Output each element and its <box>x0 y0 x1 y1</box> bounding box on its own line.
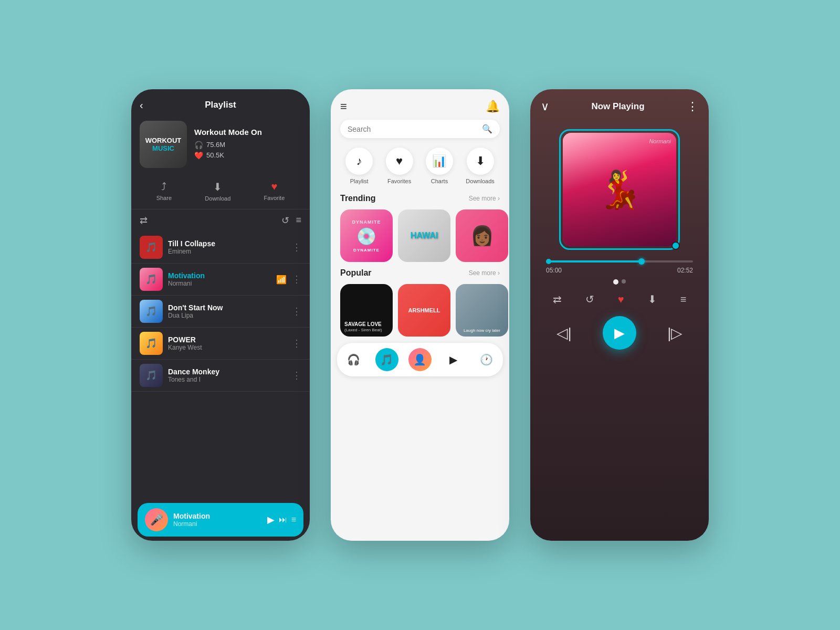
trending-see-more[interactable]: See more › <box>469 195 500 202</box>
track-info: Don't Start Now Dua Lipa <box>168 303 287 319</box>
repeat-control[interactable]: ↺ <box>585 293 594 306</box>
indicator-dot-1 <box>613 279 618 285</box>
track-more-icon[interactable]: ⋮ <box>292 242 301 253</box>
track-artist: Normani <box>168 280 271 287</box>
search-bar[interactable]: 🔍 <box>340 120 500 138</box>
trending-cards: DYNAMITE 💿 DYNAMITE HAWAI 👩🏾 <box>340 209 500 262</box>
nav-history[interactable]: 🕐 <box>475 348 498 371</box>
track-more-icon[interactable]: ⋮ <box>292 306 301 317</box>
controls-bar: ⇄ ↺ ≡ <box>131 209 310 232</box>
charts-label: Charts <box>431 178 448 184</box>
notification-icon[interactable]: 🔔 <box>486 100 500 113</box>
category-downloads[interactable]: ⬇ Downloads <box>466 148 494 184</box>
favorite-icon: ♥ <box>271 181 278 193</box>
progress-track[interactable] <box>546 260 693 262</box>
menu-icon[interactable]: ≡ <box>340 100 347 113</box>
trending-card-dynamite[interactable]: DYNAMITE 💿 DYNAMITE <box>340 209 393 262</box>
hawai-label: HAWAI <box>411 231 438 240</box>
download-button[interactable]: ⬇ Download <box>205 181 230 202</box>
playlist-title: Playlist <box>205 100 236 110</box>
playlist-label: Playlist <box>350 178 369 184</box>
album-title-line1: WORKOUT <box>145 136 182 144</box>
next-button[interactable]: |▷ <box>667 324 682 342</box>
play-pause-button[interactable]: ▶ <box>603 316 636 350</box>
download-control[interactable]: ⬇ <box>648 293 657 306</box>
track-row[interactable]: 🎵 Don't Start Now Dua Lipa ⋮ <box>131 296 310 328</box>
track-more-icon[interactable]: ⋮ <box>292 338 301 349</box>
track-artist: Kanye West <box>168 344 287 351</box>
popular-see-more[interactable]: See more › <box>469 269 500 277</box>
repeat-icon[interactable]: ↺ <box>281 215 289 226</box>
right-controls: ↺ ≡ <box>281 215 301 226</box>
progress-dot-indicator <box>671 242 680 250</box>
track-more-icon[interactable]: ⋮ <box>292 370 301 381</box>
trending-title: Trending <box>340 194 376 203</box>
downloads-icon-circle: ⬇ <box>467 148 494 175</box>
nav-profile[interactable]: 👤 <box>408 348 432 371</box>
art-container: Normani 💃 <box>530 119 709 260</box>
p1-header: ‹ Playlist <box>131 89 310 116</box>
track-name: POWER <box>168 335 287 344</box>
vinyl-icon: 💿 <box>356 226 377 246</box>
charts-icon-circle: 📊 <box>426 148 453 175</box>
phone-playlist: ‹ Playlist WORKOUT MUSIC Workout Mode On… <box>131 89 310 541</box>
nav-video[interactable]: ▶ <box>442 348 465 371</box>
track-artist: Dua Lipa <box>168 312 287 319</box>
search-input[interactable] <box>348 125 482 133</box>
category-favorites[interactable]: ♥ Favorites <box>386 148 413 184</box>
trending-card-cardib[interactable]: 👩🏾 <box>456 209 508 262</box>
track-thumb: 🎵 <box>140 300 163 323</box>
category-charts[interactable]: 📊 Charts <box>426 148 453 184</box>
favorites-label: Favorites <box>387 178 411 184</box>
heart-stat: ❤️ 50.5K <box>194 151 301 160</box>
secondary-controls: ⇄ ↺ ♥ ⬇ ≡ <box>530 293 709 316</box>
track-row[interactable]: 🎵 Dance Monkey Tones and I ⋮ <box>131 360 310 392</box>
trending-header: Trending See more › <box>340 194 500 203</box>
favorite-label: Favorite <box>264 195 285 201</box>
artwork-overlay <box>563 155 676 246</box>
np-play-button[interactable]: ▶ <box>267 514 275 526</box>
track-name: Till I Collapse <box>168 239 287 248</box>
shuffle-control[interactable]: ⇄ <box>553 293 562 306</box>
track-row[interactable]: 🎵 Till I Collapse Eminem ⋮ <box>131 232 310 264</box>
nav-music[interactable]: 🎵 <box>375 348 398 371</box>
share-button[interactable]: ⤴ Share <box>156 181 172 202</box>
progress-fill <box>546 260 642 262</box>
shuffle-icon[interactable]: ⇄ <box>140 215 148 226</box>
np-skip-button[interactable]: ⏭ <box>279 515 287 524</box>
chevron-down-icon[interactable]: ∨ <box>541 100 549 113</box>
popular-cards: SAVAGE LOVE (Laxed - Siren Beat) ARSHMEL… <box>340 284 500 337</box>
heart-control[interactable]: ♥ <box>618 293 624 306</box>
track-row[interactable]: 🎵 POWER Kanye West ⋮ <box>131 328 310 360</box>
popular-card-drake[interactable]: Laugh now cry later <box>456 284 508 337</box>
share-label: Share <box>156 195 172 201</box>
track-name: Dance Monkey <box>168 368 287 376</box>
trending-card-hawai[interactable]: HAWAI <box>398 209 450 262</box>
track-more-icon[interactable]: ⋮ <box>292 274 301 285</box>
previous-button[interactable]: ◁| <box>556 324 572 342</box>
back-button[interactable]: ‹ <box>140 99 143 111</box>
list-control[interactable]: ≡ <box>680 293 687 306</box>
search-icon: 🔍 <box>482 124 492 134</box>
track-info: Dance Monkey Tones and I <box>168 368 287 383</box>
category-playlist[interactable]: ♪ Playlist <box>345 148 373 184</box>
popular-card-marshmello[interactable]: ARSHMELL <box>398 284 450 337</box>
share-icon: ⤴ <box>161 181 166 193</box>
nav-headphone[interactable]: 🎧 <box>342 348 365 371</box>
savage-love-sub: (Laxed - Siren Beat) <box>344 328 382 332</box>
track-thumb: 🎵 <box>140 236 163 259</box>
track-thumb: 🎵 <box>140 332 163 355</box>
favorite-button[interactable]: ♥ Favorite <box>264 181 285 202</box>
track-row[interactable]: 🎵 Motivation Normani 📶 ⋮ <box>131 264 310 296</box>
track-info: Motivation Normani <box>168 271 271 287</box>
np-list-button[interactable]: ≡ <box>291 515 296 524</box>
list-icon[interactable]: ≡ <box>296 215 301 226</box>
bottom-nav: 🎧 🎵 👤 ▶ 🕐 <box>337 343 503 376</box>
more-options-icon[interactable]: ⋮ <box>687 100 698 113</box>
now-playing-bar[interactable]: 🎤 Motivation Normani ▶ ⏭ ≡ <box>138 503 303 537</box>
time-display: 05:00 02:52 <box>546 267 693 274</box>
p2-topbar: ≡ 🔔 <box>331 89 509 120</box>
popular-card-savagelove[interactable]: SAVAGE LOVE (Laxed - Siren Beat) <box>340 284 393 337</box>
marshmello-label: ARSHMELL <box>408 307 440 313</box>
savage-love-title: SAVAGE LOVE <box>344 321 382 328</box>
